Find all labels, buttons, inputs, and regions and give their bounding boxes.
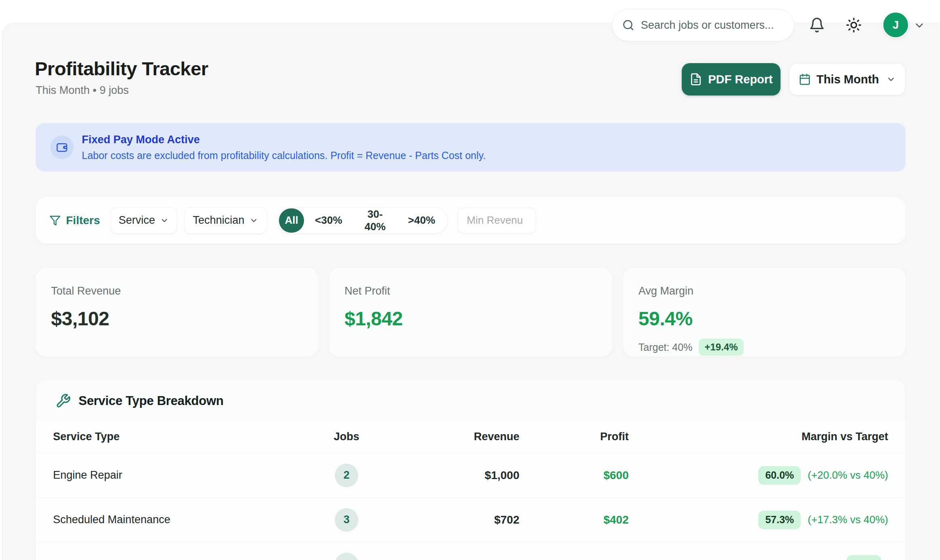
- filters-bar: Filters Service Technician All <30% 30-4…: [36, 197, 906, 244]
- calendar-icon: [799, 73, 811, 85]
- period-label: This Month: [817, 73, 879, 86]
- min-revenue-input[interactable]: [457, 208, 536, 233]
- margin-target-label: Target: 40%: [638, 342, 692, 353]
- theme-toggle-sun-icon[interactable]: [846, 16, 863, 34]
- stat-label: Total Revenue: [51, 285, 303, 297]
- funnel-icon: [49, 215, 61, 226]
- margin-target-row: Target: 40% +19.4%: [638, 339, 890, 356]
- pdf-report-button[interactable]: PDF Report: [682, 63, 780, 95]
- technician-filter-label: Technician: [193, 214, 245, 227]
- stat-label: Avg Margin: [638, 285, 890, 297]
- segment-under-30[interactable]: <30%: [304, 214, 353, 227]
- table-header-row: Service Type Jobs Revenue Profit Margin …: [36, 421, 906, 453]
- jobs-count-badge: 2: [335, 464, 358, 487]
- stat-value: $3,102: [51, 308, 303, 330]
- profit-value: $402: [604, 513, 629, 526]
- service-type-breakdown-card: Service Type Breakdown Service Type Jobs…: [36, 380, 906, 560]
- filters-label-text: Filters: [66, 214, 100, 227]
- table-row-partial: [36, 542, 906, 560]
- margin-vs-target-text: (+20.0% vs 40%): [808, 469, 888, 482]
- chevron-down-icon: [886, 74, 896, 84]
- banner-text: Fixed Pay Mode Active Labor costs are ex…: [82, 134, 486, 161]
- table-row: Engine Repair 2 $1,000 $600 60.0% (+20.0…: [36, 453, 906, 498]
- segment-30-40[interactable]: 30-40%: [353, 208, 397, 233]
- stat-value: $1,842: [345, 308, 597, 330]
- technician-filter-select[interactable]: Technician: [184, 207, 267, 234]
- period-select-button[interactable]: This Month: [789, 63, 906, 95]
- stat-value: 59.4%: [638, 308, 890, 330]
- margin-cell: [846, 555, 888, 560]
- margin-cell: 60.0% (+20.0% vs 40%): [758, 466, 888, 485]
- table-row: Scheduled Maintenance 3 $702 $402 57.3% …: [36, 498, 906, 542]
- banner-title: Fixed Pay Mode Active: [82, 134, 486, 146]
- fixed-pay-mode-banner: Fixed Pay Mode Active Labor costs are ex…: [36, 123, 906, 172]
- notifications-bell-icon[interactable]: [809, 16, 827, 34]
- wallet-icon: [50, 136, 74, 159]
- user-menu-chevron-down-icon[interactable]: [913, 19, 925, 32]
- banner-description: Labor costs are excluded from profitabil…: [82, 150, 486, 161]
- jobs-count-badge: 3: [335, 508, 358, 532]
- total-revenue-card: Total Revenue $3,102: [36, 268, 318, 357]
- jobs-count-badge: [335, 553, 358, 560]
- margin-segment-control: All <30% 30-40% >40%: [277, 207, 448, 234]
- pdf-report-label: PDF Report: [708, 73, 773, 86]
- net-profit-card: Net Profit $1,842: [329, 268, 612, 357]
- service-filter-select[interactable]: Service: [111, 207, 177, 234]
- profitability-tracker-page: J Profitability Tracker This Month • 9 j…: [0, 0, 940, 560]
- margin-badge: 60.0%: [758, 466, 801, 485]
- service-filter-label: Service: [119, 214, 155, 227]
- margin-badge: 57.3%: [758, 511, 801, 529]
- margin-badge: [846, 555, 881, 560]
- margin-vs-target-text: (+17.3% vs 40%): [808, 513, 888, 526]
- col-service-type: Service Type: [53, 431, 280, 443]
- chevron-down-icon: [160, 216, 169, 225]
- avg-margin-card: Avg Margin 59.4% Target: 40% +19.4%: [623, 268, 906, 357]
- profit-value: $600: [604, 469, 629, 482]
- file-text-icon: [689, 73, 702, 86]
- col-revenue: Revenue: [474, 431, 519, 443]
- col-jobs: Jobs: [334, 431, 359, 443]
- stat-label: Net Profit: [345, 285, 597, 297]
- wrench-icon: [55, 393, 71, 409]
- search-bar[interactable]: [612, 9, 794, 41]
- section-header: Service Type Breakdown: [36, 391, 906, 411]
- margin-cell: 57.3% (+17.3% vs 40%): [758, 511, 888, 529]
- avatar[interactable]: J: [882, 11, 909, 38]
- search-input[interactable]: [641, 19, 784, 32]
- breakdown-table: Service Type Jobs Revenue Profit Margin …: [36, 421, 906, 560]
- page-title: Profitability Tracker: [35, 57, 208, 80]
- page-subtitle: This Month • 9 jobs: [36, 84, 129, 97]
- col-profit: Profit: [600, 431, 629, 443]
- section-title: Service Type Breakdown: [79, 394, 223, 408]
- service-name: Engine Repair: [53, 469, 280, 482]
- col-margin-vs-target: Margin vs Target: [802, 431, 888, 443]
- search-icon: [622, 19, 634, 31]
- segment-over-40[interactable]: >40%: [397, 214, 446, 227]
- segment-all[interactable]: All: [279, 208, 304, 233]
- chevron-down-icon: [249, 216, 258, 225]
- revenue-value: $1,000: [485, 469, 519, 482]
- service-name: Scheduled Maintenance: [53, 513, 280, 526]
- filters-label: Filters: [49, 214, 100, 227]
- revenue-value: $702: [494, 513, 519, 526]
- margin-delta-badge: +19.4%: [699, 339, 743, 356]
